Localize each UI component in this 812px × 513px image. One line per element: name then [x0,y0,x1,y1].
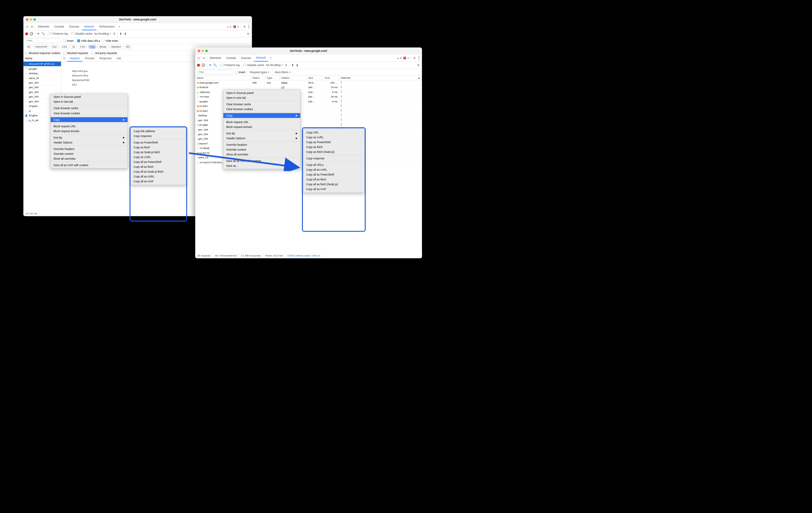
ctx-block-url[interactable]: Block request URL [223,119,300,124]
ctx-sort-by[interactable]: Sort By▶ [223,131,300,136]
ctx-clear-cookies[interactable]: Clear browser cookies [223,107,300,111]
th-time[interactable]: Time [323,76,339,80]
sub-copy-link[interactable]: Copy link address [131,129,186,134]
th-waterfall[interactable]: Waterfall▲ [339,76,422,80]
more-tabs[interactable]: » [117,25,121,28]
search-icon[interactable]: 🔍 [213,63,217,67]
hide-data-urls-checkbox[interactable]: Hide data URLs [77,39,100,42]
disable-cache-checkbox[interactable]: Disable cache [71,32,92,35]
request-types-dropdown[interactable]: Request types▼ [249,71,270,74]
sub-copy-all-curl[interactable]: Copy all as cURL [303,167,364,172]
filter-input[interactable] [197,70,233,74]
ctx-override-headers[interactable]: Override headers [51,146,127,151]
sub-copy-all-powershell[interactable]: Copy all as PowerShell [131,160,186,164]
ctx-show-overrides[interactable]: Show all overrides [223,152,300,157]
sub-copy-all-urls[interactable]: Copy all URLs [303,163,364,167]
ctx-show-overrides[interactable]: Show all overrides [51,156,127,161]
ctx-block-url[interactable]: Block request URL [51,124,127,129]
pill-ws[interactable]: WS [124,45,132,49]
list-item[interactable]: ▫client_20 [23,76,61,80]
sub-copy-all-powershell[interactable]: Copy all as PowerShell [303,172,364,177]
disable-cache-checkbox[interactable]: Disable cache [243,63,264,66]
ctx-copy[interactable]: Copy▶ [223,113,300,118]
th-initiator[interactable]: Initiator [280,76,307,80]
kebab-menu[interactable] [417,56,420,60]
traffic-lights[interactable] [26,19,36,21]
pill-css[interactable]: CSS [60,45,69,49]
search-icon[interactable]: 🔍 [41,32,45,36]
tab-performance[interactable]: Performance [97,23,117,30]
tab-elements[interactable]: Elements [208,54,223,61]
ctx-open-sources[interactable]: Open in Sources panel [223,90,300,95]
download-icon[interactable]: ⬇ [124,32,126,36]
table-row[interactable]: ▤www.google.com 200 doc Other 56.6… 149 … [195,80,422,85]
th-type[interactable]: Type [265,76,280,80]
ctx-block-domain[interactable]: Block request domain [51,129,127,133]
list-item[interactable]: 〰googlel [23,66,61,71]
ctx-clear-cache[interactable]: Clear browser cache [51,106,127,111]
list-item[interactable]: ▫gen_204 [23,80,61,85]
more-tabs[interactable]: » [269,56,272,59]
pill-doc[interactable]: Doc [51,45,59,49]
ctx-save-har[interactable]: Save all as HAR with content [223,158,300,163]
close-dot[interactable] [26,19,28,21]
ctx-copy[interactable]: Copy▶ [51,117,127,122]
pill-all[interactable]: All [25,45,32,49]
upload-icon[interactable]: ⬆ [291,63,294,67]
sub-copy-fetch[interactable]: Copy as fetch [303,144,364,149]
sub-copy-all-fetch[interactable]: Copy all as fetch [131,164,186,169]
sub-copy-url[interactable]: Copy URL [303,130,364,135]
list-item[interactable]: ▫desktop_ [23,71,61,76]
ctx-open-sources[interactable]: Open in Sources panel [51,94,127,100]
pill-font[interactable]: Font [78,45,87,49]
close-detail-icon[interactable]: ✕ [61,56,67,61]
min-dot[interactable] [202,50,204,52]
ctx-override-content[interactable]: Override content [223,147,300,152]
filter-icon[interactable]: ▼ [37,32,40,35]
ctx-save-har[interactable]: Save all as HAR with content [51,163,127,167]
ctx-override-headers[interactable]: Override headers [223,142,300,147]
sub-copy-fetch[interactable]: Copy as fetch [131,145,186,150]
more-filters-dropdown[interactable]: More filters▼ [274,71,291,74]
pill-img[interactable]: Img [88,45,96,49]
error-badge[interactable]: 2 [404,56,409,59]
warning-badge[interactable]: ▲8 [397,56,401,59]
tab-console[interactable]: Console [52,23,66,30]
ctx-header-opts[interactable]: Header Options▶ [223,136,300,140]
ptab-response[interactable]: Response [97,56,114,61]
filter-input[interactable] [25,38,61,43]
th-size[interactable]: Size [307,76,323,80]
sub-copy-powershell[interactable]: Copy as PowerShell [303,140,364,144]
ptab-preview[interactable]: Preview [82,56,97,61]
network-settings-icon[interactable]: ⚙ [416,63,420,67]
ctx-clear-cookies[interactable]: Clear browser cookies [51,111,127,116]
pill-js[interactable]: JS [70,45,77,49]
close-dot[interactable] [198,50,200,52]
third-party-checkbox[interactable]: 3rd-party requests [91,52,117,54]
tab-elements[interactable]: Elements [36,23,52,30]
name-column-header[interactable]: Name [23,56,61,61]
hide-ext-checkbox[interactable]: Hide exter [102,39,118,42]
preserve-log-checkbox[interactable]: Preserve log [49,32,68,35]
download-icon[interactable]: ⬇ [296,63,298,67]
ctx-open-tab[interactable]: Open in new tab [223,95,300,100]
ctx-header-opts[interactable]: Header Options▶ [51,140,127,145]
tab-sources[interactable]: Sources [239,54,253,61]
min-dot[interactable] [30,19,32,21]
sub-copy-all-node-fetch[interactable]: Copy all as Node.js fetch [131,169,186,174]
pill-media[interactable]: Media [97,45,108,49]
tab-network[interactable]: Network [82,23,96,30]
list-item[interactable]: 👤ANLem4Y5P qPZN U2 [23,61,61,66]
device-icon[interactable]: ⧉ [30,24,34,28]
sub-copy-all-har[interactable]: Copy all as HAR [131,179,186,184]
gear-icon[interactable]: ⚙ [242,25,246,28]
ptab-headers[interactable]: Headers [67,56,82,61]
th-status[interactable]: Status [251,76,265,80]
list-item[interactable]: ▫gen_204 [23,85,61,89]
ctx-save-as[interactable]: Save as… [223,163,300,168]
table-row[interactable]: ▤4UaGrE ):0 (dis… 14 ms [195,85,422,89]
preserve-log-checkbox[interactable]: Preserve log [221,63,240,66]
wifi-icon[interactable]: ⥣ [285,63,287,67]
sub-copy-all-har[interactable]: Copy all as HAR [303,187,364,192]
traffic-lights[interactable] [198,50,208,52]
